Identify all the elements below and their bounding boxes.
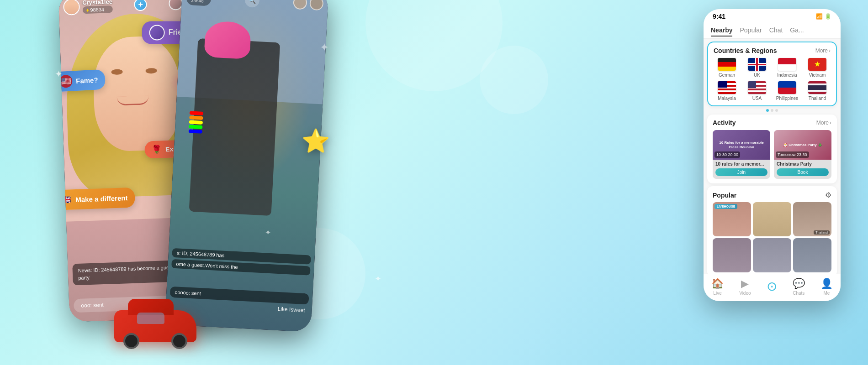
countries-regions-section: Countries & Regions More › German bbox=[707, 42, 837, 106]
live-broadcast-icon: ⊙ bbox=[767, 279, 777, 294]
left-phone-plus-button[interactable]: + bbox=[134, 0, 147, 11]
activity-cards: 10 Rules for a memorableClass Reunion 10… bbox=[713, 130, 831, 179]
activity-card-2[interactable]: 🎅 Christmas Party 🎄 Tomorrow 23:30 Chris… bbox=[774, 130, 831, 179]
sparkle-2: ✦ bbox=[265, 228, 271, 237]
ff-avatar bbox=[149, 25, 164, 41]
flags-grid: German UK Indonesia bbox=[714, 58, 831, 101]
star-decoration: ⭐ bbox=[302, 128, 330, 154]
flag-philippines bbox=[778, 81, 796, 94]
tab-nearby[interactable]: Nearby bbox=[711, 26, 732, 36]
left-phone-coins: ♦ 98634 bbox=[83, 5, 113, 14]
phone-mid: Susan 35648 🔍 s: ID: 245648789 has ome a… bbox=[165, 0, 329, 332]
nav-video[interactable]: ▶ Video bbox=[739, 278, 751, 296]
flag-item-indonesia[interactable]: Indonesia bbox=[774, 58, 800, 78]
flag-circle-uk: 🇬🇧 bbox=[59, 193, 72, 206]
activity-title: Activity bbox=[713, 119, 736, 126]
scroll-content: Countries & Regions More › German bbox=[704, 39, 841, 276]
flag-name-usa: USA bbox=[752, 96, 762, 101]
sparkle-4: ✦ bbox=[375, 274, 381, 284]
flag-uk bbox=[748, 58, 766, 71]
page-dots bbox=[704, 109, 841, 112]
flag-name-philippines: Philippines bbox=[776, 96, 798, 101]
nav-me-label: Me bbox=[823, 291, 830, 296]
mid-phone-avatars bbox=[293, 0, 323, 10]
flag-malaysia bbox=[718, 81, 736, 94]
bottom-nav: 🏠 Live ▶ Video ⊙ 💬 Chats 👤 Me bbox=[704, 274, 841, 301]
activity-book-button[interactable]: Book bbox=[777, 168, 829, 176]
popular-header: Popular ⚙ bbox=[713, 191, 831, 199]
flag-usa bbox=[748, 81, 766, 94]
flag-name-uk: UK bbox=[754, 73, 760, 78]
dot-2 bbox=[771, 109, 773, 112]
activity-card-2-img-text: 🎅 Christmas Party 🎄 bbox=[781, 141, 824, 149]
left-phone-avatar bbox=[63, 0, 80, 16]
sparkle-3: ✦ bbox=[320, 41, 329, 54]
nav-live-broadcast[interactable]: ⊙ bbox=[767, 279, 777, 295]
nav-chats[interactable]: 💬 Chats bbox=[793, 278, 805, 296]
flag-item-usa[interactable]: USA bbox=[744, 81, 770, 101]
flag-item-philippines[interactable]: Philippines bbox=[774, 81, 800, 101]
activity-section: Activity More › 10 Rules for a memorable… bbox=[707, 115, 837, 183]
popular-item-5[interactable] bbox=[753, 238, 791, 272]
flag-item-vietnam[interactable]: ★ Vietnam bbox=[804, 58, 831, 78]
activity-more-link[interactable]: More › bbox=[816, 120, 831, 126]
activity-card-2-title: Christmas Party bbox=[774, 160, 831, 167]
countries-title: Countries & Regions bbox=[714, 47, 777, 54]
signal-icon: 🔋 bbox=[825, 13, 831, 20]
thailand-badge: Thailand bbox=[814, 230, 830, 235]
flag-indonesia bbox=[778, 58, 796, 71]
nav-me[interactable]: 👤 Me bbox=[820, 278, 833, 296]
popular-item-4[interactable] bbox=[713, 238, 751, 272]
activity-card-1[interactable]: 10 Rules for a memorableClass Reunion 10… bbox=[713, 130, 770, 179]
flag-name-indonesia: Indonesia bbox=[777, 73, 797, 78]
popular-item-1[interactable]: LIVEHOUSE bbox=[713, 202, 751, 236]
popular-item-6[interactable] bbox=[793, 238, 831, 272]
signal-icons: 📶 🔋 bbox=[816, 13, 831, 20]
bubble-fame: 🇺🇸 Fame? bbox=[58, 69, 106, 92]
flag-item-uk[interactable]: UK bbox=[744, 58, 770, 78]
left-phone-user-info: Crysta1lee ♦ 98634 bbox=[63, 0, 113, 16]
left-phone-guest-avatar-1 bbox=[169, 0, 183, 10]
chevron-right-icon-activity: › bbox=[830, 120, 831, 126]
video-icon: ▶ bbox=[741, 278, 749, 290]
sparkle-1: ✦ bbox=[55, 68, 63, 79]
mid-phone-search-icon[interactable]: 🔍 bbox=[244, 0, 260, 8]
flag-name-malaysia: Malaysia bbox=[718, 96, 736, 101]
wifi-icon: 📶 bbox=[816, 13, 823, 20]
tab-ga[interactable]: Ga... bbox=[790, 26, 804, 36]
nav-live-label: Live bbox=[713, 291, 721, 296]
flag-item-malaysia[interactable]: Malaysia bbox=[714, 81, 740, 101]
popular-section: Popular ⚙ LIVEHOUSE Thailand bbox=[707, 186, 837, 276]
nav-chats-label: Chats bbox=[793, 291, 804, 296]
flag-vietnam: ★ bbox=[808, 58, 826, 71]
tab-popular[interactable]: Popular bbox=[740, 26, 762, 36]
activity-card-1-image: 10 Rules for a memorableClass Reunion 10… bbox=[713, 130, 770, 160]
flag-german bbox=[718, 58, 736, 71]
me-icon: 👤 bbox=[820, 278, 833, 290]
nav-tabs: Nearby Popular Chat Ga... bbox=[704, 24, 841, 39]
nav-live[interactable]: 🏠 Live bbox=[711, 278, 724, 296]
filter-icon[interactable]: ⚙ bbox=[825, 191, 831, 199]
flag-name-german: German bbox=[719, 73, 735, 78]
popular-item-3[interactable]: Thailand bbox=[793, 202, 831, 236]
activity-card-1-title: 10 rules for a memor... bbox=[713, 160, 770, 167]
nav-video-label: Video bbox=[739, 291, 751, 296]
live-icon: 🏠 bbox=[711, 278, 724, 290]
activity-card-1-date: 10-30 20:00 bbox=[715, 151, 740, 158]
flag-name-thailand: Thailand bbox=[809, 96, 826, 101]
flag-thailand bbox=[808, 81, 826, 94]
tab-chat[interactable]: Chat bbox=[769, 26, 783, 36]
activity-join-button[interactable]: Join bbox=[715, 168, 767, 176]
chats-icon: 💬 bbox=[793, 278, 805, 290]
bubble-makediff: 🇬🇧 Make a different bbox=[58, 188, 136, 210]
flag-item-german[interactable]: German bbox=[714, 58, 740, 78]
left-phone-username: Crysta1lee bbox=[82, 0, 112, 6]
car-decoration bbox=[114, 310, 206, 356]
chevron-right-icon: › bbox=[829, 47, 831, 54]
flag-name-vietnam: Vietnam bbox=[809, 73, 826, 78]
activity-card-2-date: Tomorrow 23:30 bbox=[776, 151, 809, 158]
countries-more-link[interactable]: More › bbox=[815, 47, 831, 54]
popular-item-2[interactable] bbox=[753, 202, 791, 236]
flag-item-thailand[interactable]: Thailand bbox=[804, 81, 831, 101]
popular-title: Popular bbox=[713, 192, 736, 199]
